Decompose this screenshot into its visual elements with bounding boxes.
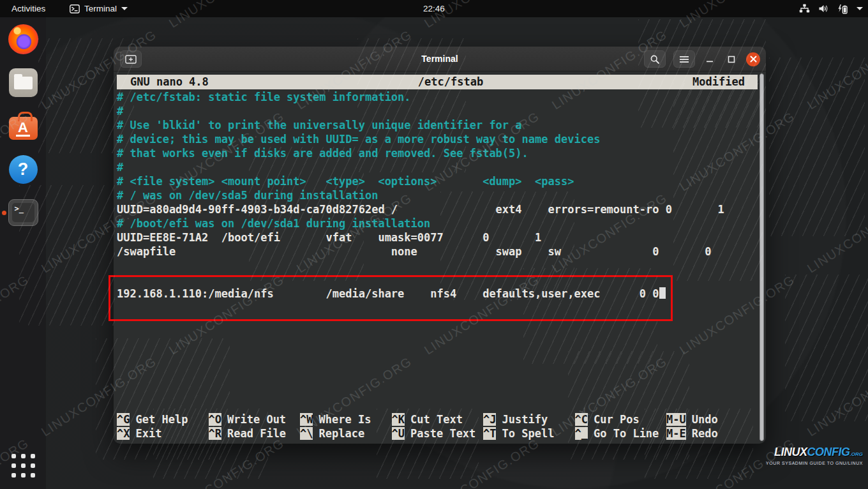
nano-version: GNU nano 4.8 xyxy=(130,75,209,89)
shortcut-key: ^W xyxy=(300,413,313,426)
shortcut-label: Cur Pos xyxy=(594,413,640,426)
dock-item-help[interactable]: ? xyxy=(0,147,46,191)
shortcut-label: Write Out xyxy=(227,413,286,426)
desktop: Activities 22:46 Terminal A ? xyxy=(0,0,868,489)
maximize-button[interactable] xyxy=(724,50,738,68)
nano-shortcut: ^GGet Help xyxy=(117,412,209,426)
shortcut-key: M-E xyxy=(666,427,686,440)
search-button[interactable] xyxy=(644,50,666,68)
logo-config: CONFIG xyxy=(807,446,850,458)
site-logo: LINUXCONFIG.ORG YOUR SYSADMIN GUIDE TO G… xyxy=(766,446,863,465)
dock-item-files[interactable] xyxy=(0,61,46,104)
shortcut-label: To Spell xyxy=(502,427,554,440)
nano-line: # xyxy=(117,160,758,174)
highlight-rectangle xyxy=(108,275,673,321)
watermark-text: LINUXCONFIG.ORG xyxy=(167,436,287,489)
dock-item-ubuntu-software[interactable]: A xyxy=(0,104,46,147)
system-status-area[interactable] xyxy=(799,0,863,17)
nano-modified-status: Modified xyxy=(692,75,745,89)
app-menu-caret-icon xyxy=(121,7,128,10)
logo-org: .ORG xyxy=(850,451,863,457)
nano-line: # /etc/fstab: static file system informa… xyxy=(117,90,758,104)
shortcut-label: Read File xyxy=(227,427,286,440)
files-icon xyxy=(9,68,38,97)
watermark-hatch-lines xyxy=(785,275,868,421)
app-menu-label: Terminal xyxy=(84,4,117,13)
nano-line: # Use 'blkid' to print the universally u… xyxy=(117,118,758,132)
nano-line: # device; this may be used with UUID= as… xyxy=(117,132,758,146)
nano-shortcut: ^CCur Pos xyxy=(575,412,667,426)
battery-icon xyxy=(837,4,848,14)
shortcut-key: ^O xyxy=(209,413,221,426)
watermark-text: LINUXCONFIG.ORG xyxy=(422,436,542,489)
dock-item-firefox[interactable] xyxy=(0,17,46,61)
app-menu-button[interactable]: Terminal xyxy=(66,0,131,17)
scrollbar-thumb[interactable] xyxy=(760,73,764,441)
maximize-icon xyxy=(728,56,735,63)
minimize-button[interactable] xyxy=(703,50,717,68)
watermark-text: LINUXCONFIG.ORG xyxy=(805,354,868,440)
nano-line: # xyxy=(117,104,758,118)
new-tab-icon xyxy=(125,55,137,64)
nano-shortcut: ^KCut Text xyxy=(392,412,484,426)
nano-title-bar: GNU nano 4.8 /etc/fstab Modified xyxy=(117,75,758,89)
shortcut-key: ^J xyxy=(483,413,496,426)
shortcut-key: ^_ xyxy=(575,427,588,440)
watermark-text: LINUXCONFIG.ORG xyxy=(805,27,868,113)
nano-shortcut: ^XExit xyxy=(117,426,209,440)
logo-linux: LINUX xyxy=(774,446,807,458)
logo-tagline: YOUR SYSADMIN GUIDE TO GNU/LINUX xyxy=(766,461,863,465)
nano-shortcut: ^JJustify xyxy=(483,412,575,426)
nano-shortcut: ^WWhere Is xyxy=(300,412,392,426)
nano-shortcut: ^\Replace xyxy=(300,426,392,440)
nano-shortcut: ^TTo Spell xyxy=(483,426,575,440)
nano-shortcut: ^RRead File xyxy=(209,426,301,440)
close-button[interactable] xyxy=(746,52,760,66)
shortcut-label: Go To Line xyxy=(594,427,659,440)
nano-line: # that works even if disks are added and… xyxy=(117,146,758,160)
hamburger-icon xyxy=(680,56,689,63)
status-caret-icon xyxy=(857,7,863,10)
shortcut-key: M-U xyxy=(666,413,686,426)
nano-shortcut: ^UPaste Text xyxy=(392,426,484,440)
nano-shortcut: M-UUndo xyxy=(666,412,758,426)
firefox-icon xyxy=(8,24,38,54)
shortcut-key: ^U xyxy=(392,427,405,440)
watermark-text: LINUXCONFIG.ORG xyxy=(805,191,868,276)
nano-line: UUID=EE8E-71A2 /boot/efi vfat umask=0077… xyxy=(117,230,758,244)
running-indicator-dot xyxy=(2,211,6,215)
search-icon xyxy=(650,54,660,64)
shortcut-key: ^T xyxy=(483,427,496,440)
nano-filename: /etc/fstab xyxy=(209,75,692,89)
nano-shortcut: M-ERedo xyxy=(666,426,758,440)
minimize-icon xyxy=(706,56,714,63)
shortcut-label: Undo xyxy=(692,413,718,426)
shortcut-label: Exit xyxy=(135,427,161,440)
nano-editor-content[interactable]: # /etc/fstab: static file system informa… xyxy=(117,90,758,301)
help-icon: ? xyxy=(9,155,38,184)
shortcut-label: Justify xyxy=(502,413,548,426)
watermark-hatch-lines xyxy=(769,57,865,236)
shortcut-label: Paste Text xyxy=(410,427,475,440)
shortcut-key: ^\ xyxy=(300,427,313,440)
window-headerbar[interactable]: Terminal xyxy=(114,47,766,71)
nano-shortcut: ^OWrite Out xyxy=(209,412,301,426)
menu-button[interactable] xyxy=(673,50,695,68)
ubuntu-software-icon: A xyxy=(9,117,38,140)
app-grid-icon xyxy=(11,454,35,478)
nano-shortcuts: ^GGet Help^OWrite Out^WWhere Is^KCut Tex… xyxy=(117,412,761,440)
nano-line: # <file system> <mount point> <type> <op… xyxy=(117,174,758,188)
new-tab-button[interactable] xyxy=(120,50,142,68)
terminal-icon: >_ xyxy=(8,199,38,226)
nano-line xyxy=(117,259,758,273)
shortcut-label: Get Help xyxy=(135,413,188,426)
nano-line: UUID=a80ad9d4-90ff-4903-b34d-ca70d82762e… xyxy=(117,202,758,216)
top-bar: Activities 22:46 Terminal xyxy=(0,0,868,17)
dock-item-terminal[interactable]: >_ xyxy=(0,191,46,234)
show-applications-button[interactable] xyxy=(0,447,46,484)
shortcut-label: Where Is xyxy=(318,413,371,426)
terminal-app-icon xyxy=(70,4,80,13)
shortcut-key: ^R xyxy=(209,427,221,440)
close-icon xyxy=(750,56,757,63)
terminal-window: Terminal xyxy=(114,47,766,444)
